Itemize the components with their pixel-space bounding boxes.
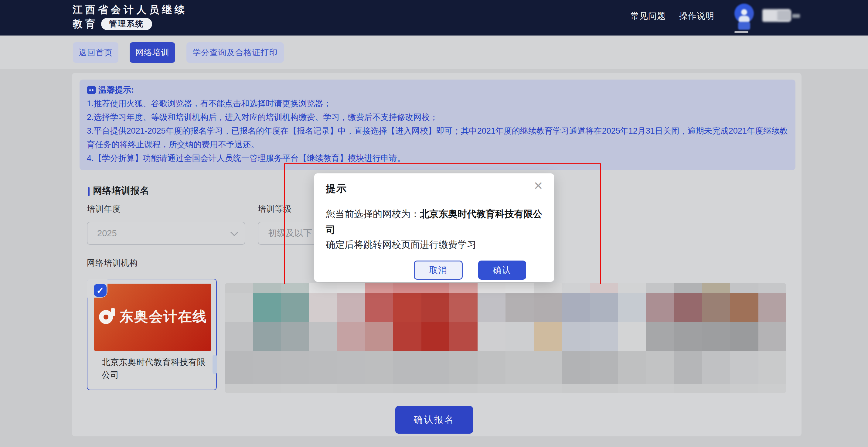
- dongao-logo-text: 东奥会计在线: [120, 307, 207, 326]
- avatar-underline: [735, 31, 748, 33]
- dialog-title: 提示: [326, 182, 347, 196]
- training-year-label: 培训年度: [87, 204, 121, 214]
- avatar-pixel-block: [738, 22, 750, 30]
- notice-line-3: 3.平台提供2021-2025年度的报名学习，已报名的年度在【报名记录】中，直接…: [87, 124, 788, 152]
- app-header: 江西省会计人员继续 教育 管理系统 常见问题 操作说明: [0, 0, 868, 35]
- system-badge: 管理系统: [101, 18, 152, 30]
- training-year-select[interactable]: 2025: [87, 222, 245, 245]
- dialog-body-prefix: 您当前选择的网校为：: [326, 209, 420, 219]
- notice-line-4: 4.【学分折算】功能请通过全国会计人员统一管理服务平台【继续教育】模块进行申请。: [87, 152, 788, 165]
- message-dots-icon: [87, 86, 96, 94]
- institution-checkbox[interactable]: ✓: [94, 284, 106, 297]
- user-name-redacted-block: [777, 10, 791, 21]
- institution-name: 北京东奥时代教育科技有限公司: [102, 356, 209, 381]
- app-title-line2: 教育: [72, 17, 98, 31]
- dialog-body-line2: 确定后将跳转网校页面进行缴费学习: [326, 238, 476, 251]
- dialog-body: 您当前选择的网校为：北京东奥时代教育科技有限公司: [326, 206, 549, 238]
- notice-line-1: 1.推荐使用火狐、谷歌浏览器，有不能点击和选择时请更换浏览器；: [87, 97, 788, 111]
- dongao-logo-mark-icon: [99, 308, 116, 325]
- confirm-dialog: 提示 ✕ 您当前选择的网校为：北京东奥时代教育科技有限公司 确定后将跳转网校页面…: [314, 173, 554, 282]
- notice-title: 温馨提示:: [98, 83, 134, 97]
- section-title-bar: [88, 187, 90, 196]
- institution-card-selected[interactable]: 东奥会计在线 ✓ 北京东奥时代教育科技有限公司: [87, 279, 217, 390]
- person-icon: [741, 9, 747, 15]
- nav-guide-link[interactable]: 操作说明: [679, 10, 714, 22]
- avatar[interactable]: [735, 3, 759, 32]
- dongao-logo: 东奥会计在线: [94, 284, 211, 351]
- app-title: 江西省会计人员继续 教育 管理系统: [72, 2, 187, 31]
- credit-query-button[interactable]: 学分查询及合格证打印: [186, 42, 284, 63]
- confirm-registration-button[interactable]: 确认报名: [395, 406, 473, 434]
- blurred-institutions: [225, 283, 786, 393]
- org-list-label: 网络培训机构: [87, 258, 138, 268]
- online-training-tab[interactable]: 网络培训: [130, 42, 175, 63]
- section-title: 网络培训报名: [93, 185, 149, 197]
- scrollbar-thumb[interactable]: [213, 355, 217, 374]
- person-icon-body: [739, 16, 750, 22]
- notice-line-2: 2.选择学习年度、等级和培训机构后，进入对应的培训机构缴费、学习，缴费后不支持修…: [87, 111, 788, 124]
- close-icon[interactable]: ✕: [533, 180, 543, 191]
- page: 江西省会计人员继续 教育 管理系统 常见问题 操作说明 返回首页 网络培训 学分…: [0, 0, 868, 447]
- chevron-down-icon: [230, 228, 238, 236]
- training-year-value: 2025: [97, 228, 231, 238]
- confirm-button[interactable]: 确认: [478, 261, 526, 280]
- notice-box: 温馨提示: 1.推荐使用火狐、谷歌浏览器，有不能点击和选择时请更换浏览器； 2.…: [80, 80, 796, 170]
- toolbar: 返回首页 网络培训 学分查询及合格证打印: [0, 35, 868, 69]
- training-level-label: 培训等级: [258, 204, 292, 214]
- nav-faq-link[interactable]: 常见问题: [630, 10, 666, 22]
- user-name-redacted-dash: [792, 14, 800, 18]
- cancel-button[interactable]: 取消: [414, 261, 463, 280]
- app-title-line1: 江西省会计人员继续: [72, 2, 187, 17]
- back-home-button[interactable]: 返回首页: [73, 42, 118, 63]
